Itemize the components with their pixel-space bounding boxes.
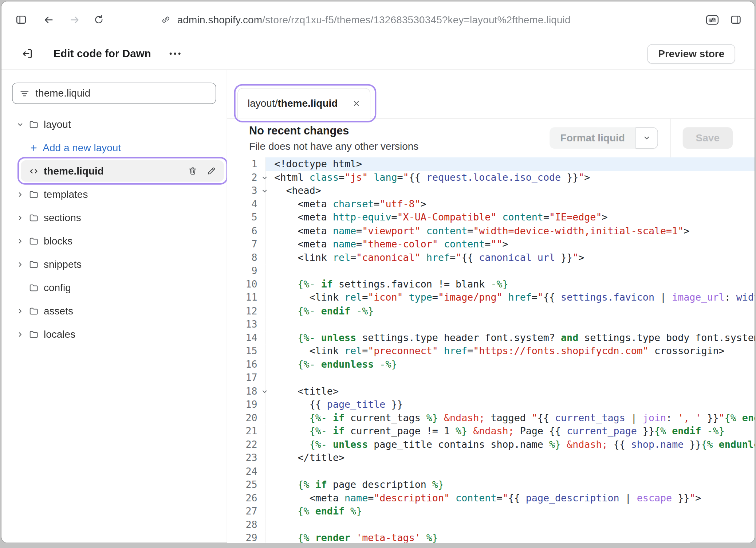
line-number: 2 [227,171,265,184]
code-line[interactable]: 9 [227,264,755,278]
code-line-content: <link rel="preconnect" href="https://fon… [265,344,755,358]
line-number: 3 [227,184,265,197]
code-line[interactable]: 13 [227,318,755,331]
reload-icon[interactable] [93,14,105,26]
content-area: layoutAdd a new layouttheme.liquidtempla… [1,70,755,543]
chevron-right-icon[interactable] [16,214,24,221]
sidebar-action-add-layout[interactable]: Add a new layout [1,136,227,159]
sidebar-item-blocks[interactable]: blocks [1,229,227,253]
code-line-content: {% if page_description %} [265,478,755,492]
code-line[interactable]: 7 <meta name="theme-color" content=""> [227,238,755,251]
file-search[interactable] [12,83,216,104]
folder-label: layout [44,118,71,130]
address-bar[interactable]: admin.shopify.com/store/rzq1xu-f5/themes… [161,14,570,26]
search-input[interactable] [35,87,209,99]
code-line[interactable]: 26 <meta name="description" content="{{ … [227,492,755,505]
delete-icon[interactable] [188,166,198,176]
file-tree: layoutAdd a new layouttheme.liquidtempla… [1,113,227,346]
back-icon[interactable] [43,14,54,26]
line-number: 27 [227,505,265,518]
chevron-down-icon[interactable] [16,121,24,128]
code-line-content: <title> [265,384,755,398]
folder-icon [29,306,39,316]
line-number: 20 [227,411,265,425]
code-line[interactable]: 2<html class="js" lang="{{ request.local… [227,171,755,184]
folder-icon [29,119,39,129]
code-file-icon [29,166,39,176]
code-line[interactable]: 12 {%- endif -%} [227,304,755,318]
folder-label: assets [44,305,73,317]
code-line-content: <link rel="icon" type="image/png" href="… [265,291,755,305]
code-line[interactable]: 15 <link rel="preconnect" href="https://… [227,344,755,358]
tab-close-icon[interactable] [352,99,360,107]
sidebar-item-locales[interactable]: locales [1,322,227,346]
code-line[interactable]: 8 <link rel="canonical" href="{{ canonic… [227,251,755,265]
code-line[interactable]: 20 {%- if current_tags %} &ndash; tagged… [227,411,755,425]
folder-icon [29,212,39,223]
actions-divider [670,118,670,157]
more-actions-icon[interactable] [169,51,182,56]
code-line[interactable]: 3 <head> [227,184,755,197]
code-editor[interactable]: 1<!doctype html>2<html class="js" lang="… [227,157,755,543]
chevron-right-icon[interactable] [16,261,24,268]
code-line[interactable]: 25 {% if page_description %} [227,478,755,492]
folder-label: locales [44,328,75,340]
code-line[interactable]: 16 {%- endunless -%} [227,358,755,371]
format-liquid-button[interactable]: Format liquid [550,127,635,149]
sidebar-item-snippets[interactable]: snippets [1,253,227,276]
tab-file-name: theme.liquid [277,98,338,109]
line-number: 6 [227,224,265,238]
line-number: 28 [227,518,265,532]
split-view-icon[interactable] [730,13,742,26]
line-number: 18 [227,384,265,398]
code-line[interactable]: 19 {{ page_title }} [227,398,755,411]
code-line[interactable]: 29 {% render 'meta-tags' %} [227,532,755,543]
exit-icon[interactable] [21,47,34,60]
code-line[interactable]: 27 {% endif %} [227,505,755,518]
fold-toggle-icon[interactable] [262,175,268,180]
code-line[interactable]: 1<!doctype html> [227,157,755,171]
chevron-right-icon[interactable] [16,237,24,244]
preview-store-button[interactable]: Preview store [647,44,735,63]
code-line[interactable]: 22 {%- unless page_title contains shop.n… [227,438,755,451]
code-line[interactable]: 17 [227,371,755,385]
code-line[interactable]: 11 <link rel="icon" type="image/png" hre… [227,291,755,305]
code-line-content: {%- unless page_title contains shop.name… [265,438,755,451]
code-line[interactable]: 21 {%- if current_page != 1 %} &ndash; P… [227,424,755,438]
sidebar-item-config[interactable]: config [1,276,227,299]
sidebar-item-assets[interactable]: assets [1,299,227,322]
sidebar-item-templates[interactable]: templates [1,183,227,206]
code-line[interactable]: 4 <meta charset="utf-8"> [227,197,755,211]
code-line[interactable]: 28 [227,518,755,532]
code-line[interactable]: 5 <meta http-equiv="X-UA-Compatible" con… [227,211,755,224]
sidebar-item-theme-liquid[interactable]: theme.liquid [21,160,224,182]
chevron-right-icon[interactable] [16,307,24,314]
version-status: No recent changes File does not have any… [249,124,418,152]
code-line[interactable]: 14 {%- unless settings.type_header_font.… [227,331,755,345]
chevron-right-icon[interactable] [16,330,24,338]
sidebar-item-layout[interactable]: layout [1,113,227,136]
rename-icon[interactable] [206,166,216,176]
chevron-right-icon[interactable] [16,191,24,198]
line-number: 17 [227,371,265,385]
forward-icon[interactable] [69,14,80,26]
line-number: 5 [227,211,265,224]
sidebar-item-sections[interactable]: sections [1,206,227,229]
line-number: 10 [227,278,265,291]
fold-toggle-icon[interactable] [262,188,268,194]
fold-toggle-icon[interactable] [262,388,268,394]
code-line[interactable]: 23 </title> [227,451,755,465]
folder-label: sections [44,212,81,223]
tab-theme-liquid[interactable]: layout/theme.liquid [237,88,370,118]
format-options-dropdown[interactable] [635,127,658,149]
code-line[interactable]: 6 <meta name="viewport" content="width=d… [227,224,755,238]
save-button[interactable]: Save [683,127,733,149]
sidebar-toggle-icon[interactable] [15,13,27,26]
editor-panel: layout/theme.liquid No recent changes Fi… [227,70,755,543]
browser-controls-icon[interactable] [705,14,719,26]
code-line[interactable]: 18 <title> [227,384,755,398]
code-line[interactable]: 24 [227,465,755,478]
code-line[interactable]: 10 {%- if settings.favicon != blank -%} [227,278,755,291]
code-line-content: <meta name="description" content="{{ pag… [265,492,755,505]
browser-window: admin.shopify.com/store/rzq1xu-f5/themes… [1,1,755,543]
